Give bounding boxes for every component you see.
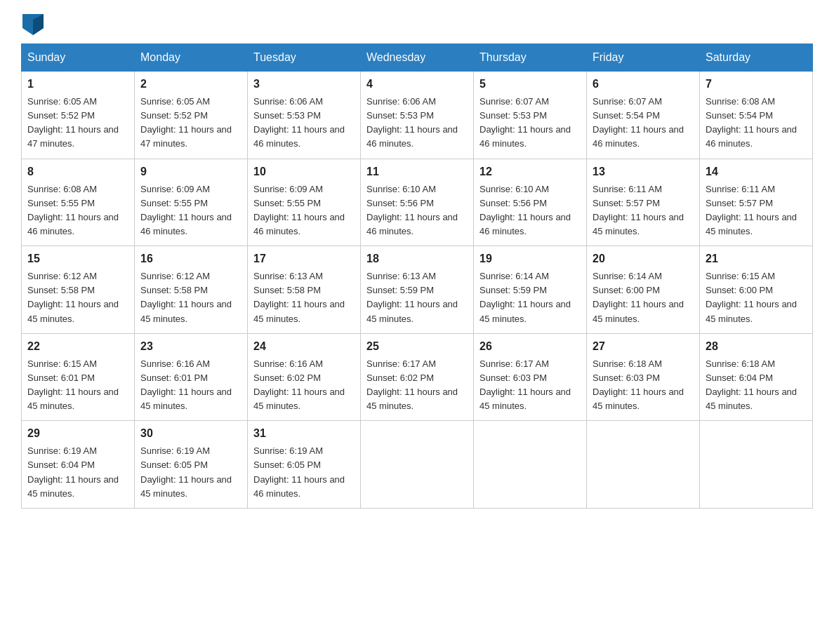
- calendar-cell: 11Sunrise: 6:10 AMSunset: 5:56 PMDayligh…: [361, 159, 474, 246]
- calendar-cell: 9Sunrise: 6:09 AMSunset: 5:55 PMDaylight…: [135, 159, 248, 246]
- day-number: 24: [253, 338, 355, 355]
- calendar-cell: 30Sunrise: 6:19 AMSunset: 6:05 PMDayligh…: [135, 421, 248, 509]
- logo: [21, 14, 44, 29]
- day-number: 28: [706, 338, 807, 355]
- day-info: Sunrise: 6:08 AMSunset: 5:55 PMDaylight:…: [27, 182, 128, 239]
- day-info: Sunrise: 6:15 AMSunset: 6:00 PMDaylight:…: [706, 269, 807, 326]
- day-number: 5: [479, 76, 581, 93]
- weekday-header-sunday: Sunday: [22, 44, 135, 72]
- calendar-cell: 12Sunrise: 6:10 AMSunset: 5:56 PMDayligh…: [474, 159, 587, 246]
- weekday-header-tuesday: Tuesday: [248, 44, 361, 72]
- day-info: Sunrise: 6:16 AMSunset: 6:01 PMDaylight:…: [140, 357, 241, 414]
- day-info: Sunrise: 6:14 AMSunset: 6:00 PMDaylight:…: [593, 269, 694, 326]
- day-info: Sunrise: 6:14 AMSunset: 5:59 PMDaylight:…: [479, 269, 581, 326]
- calendar-cell: 26Sunrise: 6:17 AMSunset: 6:03 PMDayligh…: [474, 333, 587, 421]
- day-info: Sunrise: 6:15 AMSunset: 6:01 PMDaylight:…: [27, 357, 128, 414]
- day-info: Sunrise: 6:05 AMSunset: 5:52 PMDaylight:…: [27, 95, 128, 152]
- calendar-cell: 31Sunrise: 6:19 AMSunset: 6:05 PMDayligh…: [248, 421, 361, 509]
- page-header: [21, 14, 813, 29]
- calendar-cell: [587, 421, 700, 509]
- day-info: Sunrise: 6:11 AMSunset: 5:57 PMDaylight:…: [706, 182, 807, 239]
- calendar-cell: 29Sunrise: 6:19 AMSunset: 6:04 PMDayligh…: [22, 421, 135, 509]
- calendar-cell: 23Sunrise: 6:16 AMSunset: 6:01 PMDayligh…: [135, 333, 248, 421]
- day-number: 7: [706, 76, 807, 93]
- day-number: 30: [140, 425, 241, 442]
- calendar-week-row: 8Sunrise: 6:08 AMSunset: 5:55 PMDaylight…: [22, 159, 813, 246]
- calendar-cell: 4Sunrise: 6:06 AMSunset: 5:53 PMDaylight…: [361, 72, 474, 159]
- day-number: 10: [253, 163, 355, 180]
- day-info: Sunrise: 6:12 AMSunset: 5:58 PMDaylight:…: [27, 269, 128, 326]
- calendar-cell: 5Sunrise: 6:07 AMSunset: 5:53 PMDaylight…: [474, 72, 587, 159]
- calendar-cell: 25Sunrise: 6:17 AMSunset: 6:02 PMDayligh…: [361, 333, 474, 421]
- day-number: 17: [253, 250, 355, 267]
- calendar-week-row: 1Sunrise: 6:05 AMSunset: 5:52 PMDaylight…: [22, 72, 813, 159]
- day-info: Sunrise: 6:19 AMSunset: 6:04 PMDaylight:…: [27, 444, 128, 501]
- weekday-header-friday: Friday: [587, 44, 700, 72]
- day-number: 2: [140, 76, 241, 93]
- day-number: 6: [593, 76, 694, 93]
- day-info: Sunrise: 6:10 AMSunset: 5:56 PMDaylight:…: [366, 182, 468, 239]
- day-number: 1: [27, 76, 128, 93]
- calendar-week-row: 29Sunrise: 6:19 AMSunset: 6:04 PMDayligh…: [22, 421, 813, 509]
- day-number: 26: [479, 338, 581, 355]
- day-info: Sunrise: 6:18 AMSunset: 6:03 PMDaylight:…: [593, 357, 694, 414]
- day-info: Sunrise: 6:05 AMSunset: 5:52 PMDaylight:…: [140, 95, 241, 152]
- day-info: Sunrise: 6:17 AMSunset: 6:02 PMDaylight:…: [366, 357, 468, 414]
- calendar-table: SundayMondayTuesdayWednesdayThursdayFrid…: [21, 43, 813, 509]
- calendar-cell: 13Sunrise: 6:11 AMSunset: 5:57 PMDayligh…: [587, 159, 700, 246]
- day-number: 13: [593, 163, 694, 180]
- calendar-cell: 28Sunrise: 6:18 AMSunset: 6:04 PMDayligh…: [700, 333, 813, 421]
- day-number: 21: [706, 250, 807, 267]
- day-number: 19: [479, 250, 581, 267]
- calendar-cell: 24Sunrise: 6:16 AMSunset: 6:02 PMDayligh…: [248, 333, 361, 421]
- day-number: 29: [27, 425, 128, 442]
- calendar-cell: 2Sunrise: 6:05 AMSunset: 5:52 PMDaylight…: [135, 72, 248, 159]
- calendar-cell: 20Sunrise: 6:14 AMSunset: 6:00 PMDayligh…: [587, 246, 700, 334]
- calendar-cell: 10Sunrise: 6:09 AMSunset: 5:55 PMDayligh…: [248, 159, 361, 246]
- calendar-cell: 1Sunrise: 6:05 AMSunset: 5:52 PMDaylight…: [22, 72, 135, 159]
- calendar-cell: 27Sunrise: 6:18 AMSunset: 6:03 PMDayligh…: [587, 333, 700, 421]
- weekday-header-thursday: Thursday: [474, 44, 587, 72]
- day-info: Sunrise: 6:09 AMSunset: 5:55 PMDaylight:…: [253, 182, 355, 239]
- day-info: Sunrise: 6:11 AMSunset: 5:57 PMDaylight:…: [593, 182, 694, 239]
- day-info: Sunrise: 6:13 AMSunset: 5:58 PMDaylight:…: [253, 269, 355, 326]
- day-number: 8: [27, 163, 128, 180]
- calendar-cell: [474, 421, 587, 509]
- day-number: 25: [366, 338, 468, 355]
- day-info: Sunrise: 6:12 AMSunset: 5:58 PMDaylight:…: [140, 269, 241, 326]
- day-info: Sunrise: 6:09 AMSunset: 5:55 PMDaylight:…: [140, 182, 241, 239]
- day-number: 11: [366, 163, 468, 180]
- calendar-cell: 16Sunrise: 6:12 AMSunset: 5:58 PMDayligh…: [135, 246, 248, 334]
- day-info: Sunrise: 6:10 AMSunset: 5:56 PMDaylight:…: [479, 182, 581, 239]
- calendar-cell: 6Sunrise: 6:07 AMSunset: 5:54 PMDaylight…: [587, 72, 700, 159]
- day-info: Sunrise: 6:19 AMSunset: 6:05 PMDaylight:…: [140, 444, 241, 501]
- calendar-cell: [700, 421, 813, 509]
- calendar-cell: 21Sunrise: 6:15 AMSunset: 6:00 PMDayligh…: [700, 246, 813, 334]
- day-number: 20: [593, 250, 694, 267]
- day-number: 4: [366, 76, 468, 93]
- day-number: 22: [27, 338, 128, 355]
- calendar-cell: 19Sunrise: 6:14 AMSunset: 5:59 PMDayligh…: [474, 246, 587, 334]
- day-number: 18: [366, 250, 468, 267]
- calendar-week-row: 22Sunrise: 6:15 AMSunset: 6:01 PMDayligh…: [22, 333, 813, 421]
- weekday-header-saturday: Saturday: [700, 44, 813, 72]
- day-number: 12: [479, 163, 581, 180]
- day-number: 16: [140, 250, 241, 267]
- day-number: 27: [593, 338, 694, 355]
- day-info: Sunrise: 6:06 AMSunset: 5:53 PMDaylight:…: [253, 95, 355, 152]
- calendar-cell: 17Sunrise: 6:13 AMSunset: 5:58 PMDayligh…: [248, 246, 361, 334]
- logo-icon: [22, 14, 44, 35]
- day-info: Sunrise: 6:07 AMSunset: 5:53 PMDaylight:…: [479, 95, 581, 152]
- calendar-cell: 7Sunrise: 6:08 AMSunset: 5:54 PMDaylight…: [700, 72, 813, 159]
- day-info: Sunrise: 6:19 AMSunset: 6:05 PMDaylight:…: [253, 444, 355, 501]
- day-info: Sunrise: 6:07 AMSunset: 5:54 PMDaylight:…: [593, 95, 694, 152]
- day-number: 23: [140, 338, 241, 355]
- calendar-cell: 3Sunrise: 6:06 AMSunset: 5:53 PMDaylight…: [248, 72, 361, 159]
- weekday-header-monday: Monday: [135, 44, 248, 72]
- weekday-header-row: SundayMondayTuesdayWednesdayThursdayFrid…: [22, 44, 813, 72]
- day-info: Sunrise: 6:17 AMSunset: 6:03 PMDaylight:…: [479, 357, 581, 414]
- day-number: 15: [27, 250, 128, 267]
- calendar-cell: 8Sunrise: 6:08 AMSunset: 5:55 PMDaylight…: [22, 159, 135, 246]
- day-info: Sunrise: 6:06 AMSunset: 5:53 PMDaylight:…: [366, 95, 468, 152]
- calendar-cell: 14Sunrise: 6:11 AMSunset: 5:57 PMDayligh…: [700, 159, 813, 246]
